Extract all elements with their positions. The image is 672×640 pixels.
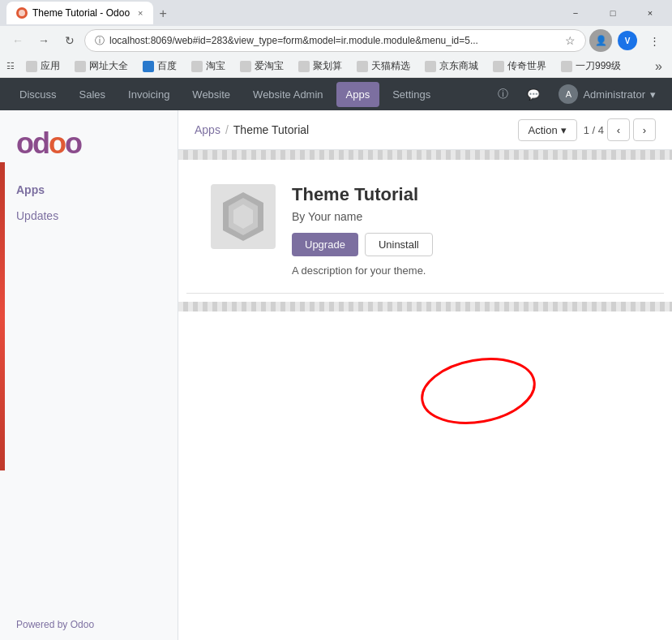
maximize-btn[interactable]: □: [594, 0, 631, 26]
close-btn[interactable]: ×: [631, 0, 669, 26]
bookmark-baidu[interactable]: 百度: [136, 58, 183, 75]
bookmark-icon: [298, 61, 310, 72]
address-bar[interactable]: ⓘ localhost:8069/web#id=283&view_type=fo…: [84, 29, 586, 52]
sidebar-item-apps[interactable]: Apps: [0, 177, 178, 203]
menu-settings[interactable]: Settings: [383, 82, 440, 107]
new-tab-btn[interactable]: +: [153, 3, 173, 24]
bookmark-icon: [191, 61, 203, 72]
menu-website[interactable]: Website: [182, 82, 240, 107]
help-icon-btn[interactable]: ⓘ: [490, 82, 515, 106]
admin-label: Administrator: [583, 88, 645, 101]
top-menubar: Discuss Sales Invoicing Website Website …: [0, 78, 672, 110]
reload-btn[interactable]: ↻: [58, 29, 81, 52]
chat-icon-btn[interactable]: 💬: [521, 82, 546, 106]
next-page-btn[interactable]: ›: [633, 118, 656, 141]
bookmark-yidao[interactable]: 一刀999级: [554, 58, 627, 75]
striped-divider: [178, 150, 672, 160]
odoo-app: Discuss Sales Invoicing Website Website …: [0, 78, 672, 640]
bookmark-sitelist[interactable]: 网址大全: [68, 58, 135, 75]
bookmark-icon: [357, 61, 368, 72]
breadcrumb: Apps / Theme Tutorial: [195, 123, 309, 136]
apps-grid-icon[interactable]: ☷: [6, 61, 15, 71]
extensions-btn[interactable]: V: [615, 28, 640, 53]
minimize-btn[interactable]: −: [557, 0, 594, 26]
bookmark-jd[interactable]: 京东商城: [418, 58, 485, 75]
bookmark-juhua[interactable]: 聚划算: [292, 58, 349, 75]
tab-title: Theme Tutorial - Odoo: [32, 7, 130, 19]
active-tab[interactable]: Theme Tutorial - Odoo ×: [6, 2, 153, 24]
admin-btn[interactable]: A Administrator ▾: [552, 81, 662, 107]
breadcrumb-separator: /: [225, 123, 229, 136]
tab-close-btn[interactable]: ×: [138, 8, 143, 18]
bookmark-taobao[interactable]: 淘宝: [185, 58, 232, 75]
header-right: Action ▾ 1 / 4 ‹ ›: [518, 118, 656, 141]
bookmark-icon: [26, 61, 37, 72]
menu-discuss[interactable]: Discuss: [10, 82, 66, 107]
bookmark-tmall[interactable]: 天猫精选: [350, 58, 417, 75]
author-name: Your name: [308, 210, 362, 223]
sidebar-nav: Apps Updates: [0, 169, 178, 237]
sidebar-item-updates[interactable]: Updates: [0, 203, 178, 229]
menu-invoicing[interactable]: Invoicing: [118, 82, 179, 107]
bookmark-icon: [240, 61, 251, 72]
module-icon-svg: [219, 188, 268, 245]
browser-controls: ← → ↻ ⓘ localhost:8069/web#id=283&view_t…: [0, 26, 672, 55]
svg-point-3: [417, 350, 539, 431]
browser-tabs: Theme Tutorial - Odoo × +: [0, 2, 557, 24]
bookmarks-more-btn[interactable]: »: [652, 59, 666, 74]
author-prefix: By: [292, 210, 308, 223]
profile-btn[interactable]: 👤: [589, 29, 612, 52]
bookmark-icon: [561, 61, 572, 72]
browser-menu-btn[interactable]: ⋮: [643, 29, 666, 52]
action-btn[interactable]: Action ▾: [518, 119, 577, 141]
bookmark-icon: [425, 61, 436, 72]
odoo-logo: odoo: [16, 127, 161, 161]
module-author: By Your name: [292, 210, 640, 223]
admin-arrow-icon: ▾: [650, 88, 656, 101]
url-text: localhost:8069/web#id=283&view_type=form…: [109, 35, 560, 46]
breadcrumb-parent[interactable]: Apps: [195, 123, 220, 136]
bookmark-chuanqi[interactable]: 传奇世界: [486, 58, 553, 75]
prev-page-btn[interactable]: ‹: [607, 118, 630, 141]
left-colored-bar: [0, 162, 5, 470]
module-wrapper: Theme Tutorial By Your name Upgrade Unin…: [178, 168, 672, 294]
bookmark-aitaobao[interactable]: 爱淘宝: [233, 58, 290, 75]
top-right-icons: ⓘ 💬 A Administrator ▾: [490, 81, 662, 107]
upgrade-btn[interactable]: Upgrade: [292, 233, 358, 256]
content-area: Apps / Theme Tutorial Action ▾ 1 / 4 ‹ ›: [178, 110, 672, 640]
powered-by-link[interactable]: Powered by Odoo: [16, 619, 94, 630]
module-info: Theme Tutorial By Your name Upgrade Unin…: [292, 184, 640, 277]
sidebar-footer: Powered by Odoo: [0, 609, 178, 640]
bookmark-icon: [493, 61, 504, 72]
sidebar-logo: odoo: [0, 110, 178, 169]
uninstall-btn[interactable]: Uninstall: [365, 233, 433, 256]
module-icon: [211, 184, 276, 249]
back-btn[interactable]: ←: [6, 29, 29, 52]
content-header: Apps / Theme Tutorial Action ▾ 1 / 4 ‹ ›: [178, 110, 672, 150]
forward-btn[interactable]: →: [32, 29, 55, 52]
menu-sales[interactable]: Sales: [70, 82, 116, 107]
window-titlebar: Theme Tutorial - Odoo × + − □ ×: [0, 0, 672, 26]
striped-divider-bottom: [178, 302, 672, 311]
pagination-text: 1 / 4: [584, 124, 604, 136]
menu-website-admin[interactable]: Website Admin: [243, 82, 332, 107]
window-controls: − □ ×: [557, 0, 672, 26]
module-actions: Upgrade Uninstall: [292, 233, 640, 256]
bookmark-star-icon[interactable]: ☆: [565, 34, 576, 47]
main-container: odoo Apps Updates Powered by Odoo Apps /…: [0, 110, 672, 640]
lock-icon: ⓘ: [95, 34, 105, 48]
pagination: 1 / 4 ‹ ›: [584, 118, 656, 141]
breadcrumb-current: Theme Tutorial: [233, 123, 309, 136]
vpn-icon: V: [618, 31, 637, 50]
bookmark-icon: [75, 61, 86, 72]
tab-favicon: [16, 7, 28, 19]
menu-apps[interactable]: Apps: [336, 82, 380, 107]
bookmark-apps[interactable]: 应用: [19, 58, 66, 75]
module-card: Theme Tutorial By Your name Upgrade Unin…: [186, 168, 664, 294]
module-title: Theme Tutorial: [292, 184, 640, 205]
bookmarks-bar: ☷ 应用 网址大全 百度 淘宝 爱淘宝 聚划算 天猫精选 京东商城 传奇世界 一…: [0, 55, 672, 78]
annotation-circle: [430, 346, 559, 427]
form-content: Theme Tutorial By Your name Upgrade Unin…: [178, 160, 672, 640]
action-arrow-icon: ▾: [561, 124, 567, 136]
admin-avatar: A: [559, 84, 578, 104]
